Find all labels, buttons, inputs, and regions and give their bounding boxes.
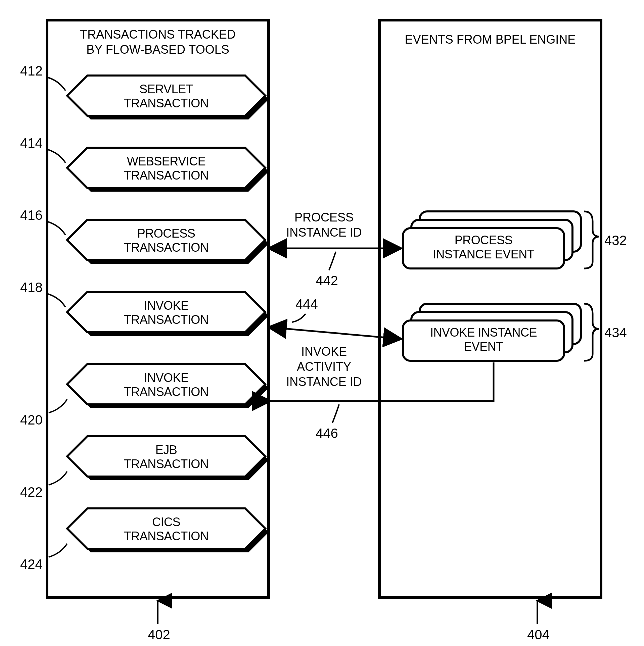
svg-text:SERVLET: SERVLET bbox=[139, 82, 193, 96]
svg-text:432: 432 bbox=[604, 233, 627, 248]
svg-text:404: 404 bbox=[527, 627, 550, 642]
ref-444: 444 bbox=[292, 297, 318, 322]
ref-446: 446 bbox=[316, 404, 339, 441]
svg-text:INSTANCE EVENT: INSTANCE EVENT bbox=[433, 247, 535, 261]
svg-text:416: 416 bbox=[20, 208, 43, 222]
svg-text:424: 424 bbox=[20, 557, 43, 572]
diagram-root: TRANSACTIONS TRACKED BY FLOW-BASED TOOLS… bbox=[0, 0, 644, 646]
svg-text:TRANSACTION: TRANSACTION bbox=[124, 313, 209, 327]
svg-text:INSTANCE ID: INSTANCE ID bbox=[286, 226, 362, 239]
svg-text:420: 420 bbox=[20, 412, 43, 427]
svg-text:CICS: CICS bbox=[152, 515, 180, 529]
right-title: EVENTS FROM BPEL ENGINE bbox=[405, 33, 576, 46]
ref-402: 402 bbox=[148, 601, 170, 642]
svg-text:444: 444 bbox=[295, 297, 318, 311]
event-process-stack: PROCESS INSTANCE EVENT 432 bbox=[403, 211, 627, 268]
svg-text:402: 402 bbox=[148, 627, 170, 642]
svg-text:442: 442 bbox=[316, 273, 338, 288]
svg-text:PROCESS: PROCESS bbox=[137, 227, 195, 240]
svg-text:422: 422 bbox=[20, 485, 43, 499]
svg-text:INVOKE: INVOKE bbox=[301, 345, 347, 358]
svg-text:EJB: EJB bbox=[155, 443, 177, 457]
svg-text:TRANSACTION: TRANSACTION bbox=[124, 241, 209, 254]
ref-404: 404 bbox=[527, 601, 550, 642]
svg-text:PROCESS: PROCESS bbox=[294, 210, 354, 224]
svg-text:PROCESS: PROCESS bbox=[455, 233, 513, 247]
svg-text:434: 434 bbox=[604, 325, 627, 340]
svg-text:INVOKE: INVOKE bbox=[144, 299, 188, 312]
svg-text:WEBSERVICE: WEBSERVICE bbox=[127, 154, 205, 168]
svg-text:TRANSACTION: TRANSACTION bbox=[124, 168, 209, 182]
svg-text:ACTIVITY: ACTIVITY bbox=[297, 360, 351, 374]
left-title-l1: TRANSACTIONS TRACKED bbox=[80, 28, 235, 41]
svg-text:414: 414 bbox=[20, 136, 43, 150]
svg-text:412: 412 bbox=[20, 63, 43, 78]
svg-text:TRANSACTION: TRANSACTION bbox=[124, 529, 209, 543]
svg-text:EVENT: EVENT bbox=[464, 340, 503, 353]
svg-text:418: 418 bbox=[20, 280, 43, 295]
svg-text:INSTANCE ID: INSTANCE ID bbox=[286, 375, 362, 389]
svg-text:TRANSACTION: TRANSACTION bbox=[124, 96, 209, 110]
svg-text:TRANSACTION: TRANSACTION bbox=[124, 385, 209, 399]
link-iaid-label: INVOKE ACTIVITY INSTANCE ID bbox=[286, 345, 362, 389]
svg-text:INVOKE INSTANCE: INVOKE INSTANCE bbox=[430, 326, 537, 339]
svg-text:INVOKE: INVOKE bbox=[144, 371, 188, 385]
event-invoke-stack: INVOKE INSTANCE EVENT 434 bbox=[403, 304, 627, 361]
svg-text:446: 446 bbox=[316, 426, 338, 441]
left-title-l2: BY FLOW-BASED TOOLS bbox=[86, 43, 229, 56]
svg-text:TRANSACTION: TRANSACTION bbox=[124, 457, 209, 471]
